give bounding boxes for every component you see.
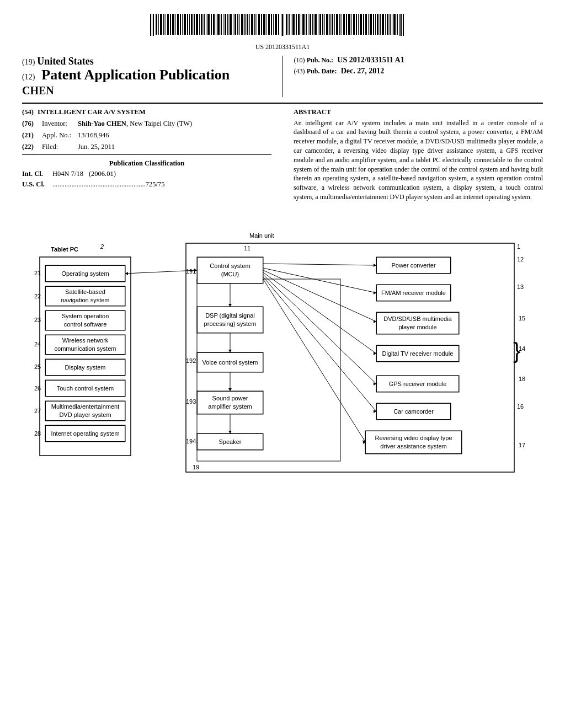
box-digital-tv: Digital TV receiver module xyxy=(376,345,459,362)
svg-rect-31 xyxy=(221,14,222,35)
label-12: 12 xyxy=(517,256,524,263)
svg-line-153 xyxy=(263,277,376,411)
svg-rect-75 xyxy=(324,14,325,35)
svg-rect-20 xyxy=(194,14,195,35)
svg-rect-13 xyxy=(177,14,179,35)
svg-rect-96 xyxy=(375,14,376,35)
svg-rect-62 xyxy=(292,14,295,35)
svg-rect-55 xyxy=(278,14,279,35)
main-unit-label: Main unit xyxy=(249,232,274,239)
label-22: 22 xyxy=(34,293,41,299)
svg-rect-45 xyxy=(254,14,255,35)
box-touch-control: Touch control system xyxy=(45,380,125,397)
svg-rect-57 xyxy=(282,14,283,36)
svg-rect-88 xyxy=(356,14,357,35)
inventor-num: (76) xyxy=(22,120,40,128)
left-header: (19)United States (12) Patent Applicatio… xyxy=(22,56,282,97)
box-gps: GPS receiver module xyxy=(376,376,459,392)
title-label: INTELLIGENT CAR A/V SYSTEM xyxy=(38,108,146,116)
box-power-converter: Power converter xyxy=(376,257,451,274)
tablet-pc-label: Tablet PC xyxy=(51,246,78,253)
svg-rect-41 xyxy=(244,14,246,35)
svg-rect-54 xyxy=(275,14,277,35)
country-line: (19)United States xyxy=(22,56,271,67)
us-cl-label: U.S. Cl. xyxy=(22,180,52,189)
label-193: 193 xyxy=(186,398,196,405)
svg-rect-64 xyxy=(298,14,300,35)
svg-rect-98 xyxy=(380,14,381,35)
box-car-camcorder: Car camcorder xyxy=(376,403,451,420)
label-11: 11 xyxy=(244,245,250,251)
pub-no-label: Pub. No.: xyxy=(307,56,333,64)
svg-rect-46 xyxy=(257,14,257,35)
svg-rect-77 xyxy=(329,14,331,35)
svg-rect-86 xyxy=(351,14,352,35)
label-1: 1 xyxy=(517,243,520,250)
box-control-system: Control system(MCU) xyxy=(197,257,263,283)
label-25: 25 xyxy=(34,363,41,370)
svg-rect-97 xyxy=(377,14,379,35)
box-operating-system: Operating system xyxy=(45,265,125,282)
filed-label: Filed: xyxy=(42,143,78,151)
svg-line-155 xyxy=(263,279,365,442)
svg-rect-5 xyxy=(158,14,159,35)
label-16: 16 xyxy=(517,403,524,410)
label-13: 13 xyxy=(517,283,524,290)
box-satellite-nav: Satellite-basednavigation system xyxy=(45,286,125,306)
svg-rect-49 xyxy=(263,14,265,35)
svg-rect-2 xyxy=(152,14,152,36)
svg-rect-94 xyxy=(370,14,372,35)
svg-rect-11 xyxy=(172,14,174,35)
us-cl-dots: ........................................… xyxy=(52,180,146,189)
label-23: 23 xyxy=(34,317,41,323)
svg-rect-69 xyxy=(310,14,311,35)
svg-line-149 xyxy=(263,272,376,354)
box-reversing-video: Reversing video display typedriver assis… xyxy=(365,431,462,454)
label-18: 18 xyxy=(519,376,525,382)
svg-rect-44 xyxy=(251,14,253,35)
svg-rect-4 xyxy=(156,14,157,35)
svg-rect-102 xyxy=(390,14,391,35)
svg-rect-107 xyxy=(401,14,402,36)
diagram-section: Main unit 1 2 Tablet PC 11 12 13 15 14 1… xyxy=(22,213,543,478)
svg-rect-27 xyxy=(211,14,212,35)
svg-rect-93 xyxy=(368,14,369,35)
inventor-name-header: CHEN xyxy=(22,84,271,97)
svg-rect-60 xyxy=(289,14,290,35)
svg-rect-1 xyxy=(150,14,151,36)
box-speaker: Speaker xyxy=(197,433,263,450)
svg-rect-36 xyxy=(233,14,233,35)
int-cl-code: H04N 7/18 xyxy=(52,170,83,178)
svg-rect-66 xyxy=(302,14,305,35)
country-name: United States xyxy=(37,56,94,67)
svg-line-143 xyxy=(263,264,376,265)
box-display-system: Display system xyxy=(45,359,125,376)
svg-rect-100 xyxy=(385,14,386,35)
label-194: 194 xyxy=(186,438,196,445)
svg-rect-52 xyxy=(271,14,272,35)
svg-marker-134 xyxy=(125,272,128,275)
label-17: 17 xyxy=(519,442,525,448)
label-24: 24 xyxy=(34,341,41,347)
barcode-area: // We'll draw bars inline via SVG rects … xyxy=(22,11,543,41)
abstract-heading: ABSTRACT xyxy=(294,108,543,116)
svg-rect-76 xyxy=(326,14,328,35)
patent-type: Patent Application Publication xyxy=(41,67,230,83)
svg-rect-6 xyxy=(160,14,162,35)
svg-rect-84 xyxy=(346,14,347,35)
svg-rect-81 xyxy=(339,14,340,35)
svg-rect-51 xyxy=(268,14,270,35)
svg-rect-103 xyxy=(392,14,392,35)
svg-rect-56 xyxy=(281,14,281,36)
svg-rect-18 xyxy=(189,14,190,35)
svg-rect-87 xyxy=(353,14,355,35)
svg-rect-33 xyxy=(225,14,226,35)
int-cl-year: (2006.01) xyxy=(89,170,116,178)
pub-classification-heading: Publication Classification xyxy=(22,159,271,168)
int-cl-row: Int. Cl. H04N 7/18 (2006.01) xyxy=(22,170,271,178)
appl-label: Appl. No.: xyxy=(42,131,78,140)
patent-prefix: (12) xyxy=(22,73,35,82)
svg-rect-39 xyxy=(239,14,240,35)
box-multimedia-dvd: Multimedia/entertainmentDVD player syste… xyxy=(45,401,125,421)
svg-rect-89 xyxy=(358,14,359,35)
